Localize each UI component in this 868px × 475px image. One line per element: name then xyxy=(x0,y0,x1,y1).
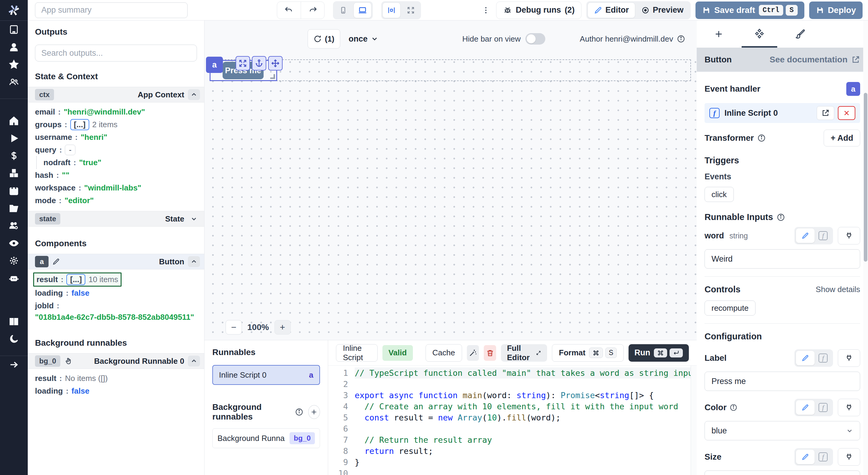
size-select[interactable]: xs xyxy=(705,471,860,475)
sidebar-gear-icon[interactable] xyxy=(0,252,28,269)
expand-array-badge[interactable]: [...] xyxy=(70,119,89,130)
hide-bar-toggle[interactable] xyxy=(525,33,545,45)
sidebar-user-icon[interactable] xyxy=(0,38,28,56)
code-editor[interactable]: 12345678910 // TypeScript function calle… xyxy=(328,366,697,475)
connect-input-button[interactable] xyxy=(838,349,860,367)
word-input[interactable] xyxy=(705,249,860,269)
connect-input-button[interactable] xyxy=(838,448,860,466)
info-icon[interactable] xyxy=(757,134,766,142)
sidebar-eye-icon[interactable] xyxy=(0,235,28,252)
search-outputs-input[interactable] xyxy=(35,45,197,62)
output-row-nodraft[interactable]: nodraft:"true" xyxy=(36,156,197,169)
output-section-state[interactable]: stateState xyxy=(28,211,204,227)
fullscreen-button[interactable] xyxy=(402,2,420,18)
show-details-link[interactable]: Show details xyxy=(816,285,860,294)
output-section-bg_0[interactable]: bg_0Background Runnable 0 xyxy=(28,353,204,369)
output-row-mode[interactable]: mode:"editor" xyxy=(35,194,197,207)
chevron-up-icon[interactable] xyxy=(188,355,200,367)
tab-insert-component[interactable] xyxy=(714,21,724,47)
expand-handle[interactable] xyxy=(236,56,250,71)
static-mode-button[interactable] xyxy=(796,229,815,243)
app-summary-input[interactable] xyxy=(35,2,188,18)
output-row-result[interactable]: result:No items ([]) xyxy=(35,372,197,384)
code-line[interactable]: // Create an array with 10 elements, fil… xyxy=(355,401,697,412)
code-line[interactable]: // Return the result array xyxy=(355,434,697,445)
deploy-button[interactable]: Deploy xyxy=(809,1,863,19)
sidebar-folder-icon[interactable] xyxy=(0,200,28,217)
resize-handle[interactable] xyxy=(270,74,275,79)
add-transformer-button[interactable]: + Add xyxy=(824,130,860,146)
sidebar-building-icon[interactable] xyxy=(0,21,28,38)
code-line[interactable]: export async function main(word: string)… xyxy=(355,390,697,401)
app-canvas[interactable]: (1) once Hide bar on view Author henri@w… xyxy=(205,21,697,340)
remove-script-button[interactable] xyxy=(838,106,855,120)
frequency-dropdown[interactable]: once xyxy=(349,34,378,44)
format-button[interactable]: Format S xyxy=(552,344,623,362)
ai-wand-button[interactable] xyxy=(467,345,479,361)
output-row-email[interactable]: email:"henri@windmill.dev" xyxy=(35,105,197,118)
chevron-down-icon[interactable] xyxy=(188,213,200,224)
output-row-jobId[interactable]: jobId: xyxy=(35,299,197,312)
sidebar-play-icon[interactable] xyxy=(0,130,28,147)
output-section-a[interactable]: aButton xyxy=(28,254,204,269)
panel-scrollbar[interactable] xyxy=(863,21,868,475)
output-row-query[interactable]: query:- xyxy=(35,143,197,156)
undo-button[interactable] xyxy=(277,2,301,19)
redo-button[interactable] xyxy=(301,2,324,19)
static-mode-button[interactable] xyxy=(796,400,815,415)
info-icon[interactable] xyxy=(295,408,303,416)
info-icon[interactable] xyxy=(777,213,785,222)
code-line[interactable]: return result; xyxy=(355,445,697,456)
output-row-hash[interactable]: hash:"" xyxy=(35,169,197,181)
static-mode-button[interactable] xyxy=(796,351,815,365)
eval-mode-button[interactable]: f xyxy=(815,229,832,243)
mobile-view-button[interactable] xyxy=(334,2,352,18)
sidebar-admin-icon[interactable] xyxy=(0,217,28,235)
sidebar-moon-icon[interactable] xyxy=(0,330,28,348)
preview-tab[interactable]: Preview xyxy=(635,2,689,18)
windmill-logo[interactable] xyxy=(0,0,28,21)
sidebar-dollar-icon[interactable] xyxy=(0,147,28,165)
runnable-item[interactable]: Inline Script 0a xyxy=(212,365,320,385)
sidebar-calendar-icon[interactable] xyxy=(0,182,28,200)
move-handle[interactable] xyxy=(268,56,283,71)
output-row-result[interactable]: result:[...]10 items xyxy=(33,272,122,286)
output-row-loading[interactable]: loading:false xyxy=(35,384,197,397)
color-select[interactable]: blue xyxy=(705,421,860,440)
code-content[interactable]: // TypeScript function called "main" tha… xyxy=(348,366,697,475)
eval-mode-button[interactable]: f xyxy=(815,400,832,415)
code-line[interactable]: // TypeScript function called "main" tha… xyxy=(355,367,697,379)
connect-input-button[interactable] xyxy=(838,399,860,416)
code-line[interactable]: const result = new Array(10).fill(word); xyxy=(355,412,697,423)
sidebar-robot-icon[interactable] xyxy=(0,269,28,287)
eval-mode-button[interactable]: f xyxy=(815,351,832,365)
see-documentation-link[interactable]: See documentation xyxy=(770,55,860,65)
inline-script-row[interactable]: f Inline Script 0 xyxy=(705,103,860,123)
center-layout-button[interactable] xyxy=(382,2,401,18)
add-background-runnable-button[interactable] xyxy=(308,405,320,419)
tab-component-settings[interactable] xyxy=(754,21,765,47)
control-chip[interactable]: recompute xyxy=(705,301,755,315)
tab-styling[interactable] xyxy=(795,21,805,47)
event-chip[interactable]: click xyxy=(705,187,734,202)
info-icon[interactable] xyxy=(677,35,685,43)
sidebar-home-icon[interactable] xyxy=(0,112,28,130)
desktop-view-button[interactable] xyxy=(353,2,372,18)
output-row-workspace[interactable]: workspace:"windmill-labs" xyxy=(35,181,197,194)
anchor-handle[interactable] xyxy=(252,56,266,71)
sidebar-cubes-icon[interactable] xyxy=(0,165,28,182)
run-button[interactable]: Run xyxy=(628,344,689,362)
open-script-button[interactable] xyxy=(817,106,834,120)
background-runnable-item[interactable]: Background Runna...bg_0 xyxy=(212,428,320,448)
cache-button[interactable]: Cache xyxy=(426,344,462,362)
sidebar-book-icon[interactable] xyxy=(0,313,28,330)
pencil-icon[interactable] xyxy=(52,258,60,266)
code-line[interactable]: } xyxy=(355,456,697,468)
refresh-button[interactable]: (1) xyxy=(308,29,340,48)
script-type-button[interactable]: Inline Script xyxy=(336,344,378,362)
connect-input-button[interactable] xyxy=(838,227,860,244)
editor-scrollbar[interactable] xyxy=(691,366,697,475)
component-id-tag[interactable]: a xyxy=(206,57,223,73)
output-row-groups[interactable]: groups:[...]2 items xyxy=(35,118,197,131)
save-draft-button[interactable]: Save draft CtrlS xyxy=(695,1,804,19)
